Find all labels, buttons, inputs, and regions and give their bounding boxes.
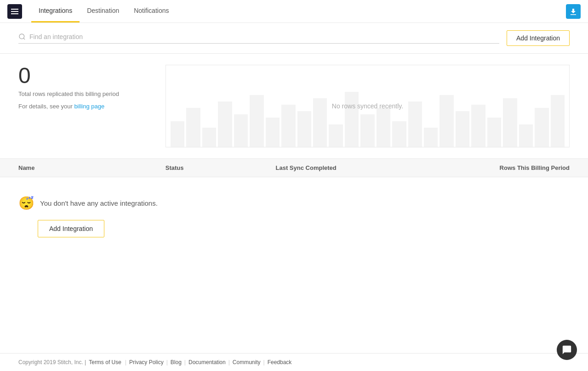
chart-bar [487, 118, 501, 147]
chart-bar [408, 101, 422, 147]
table-header: Name Status Last Sync Completed Rows Thi… [0, 158, 588, 177]
chart-bar [266, 118, 280, 147]
chart-bar [313, 98, 327, 147]
chart-bar [503, 98, 517, 147]
chart-bar [186, 108, 200, 147]
empty-state: 😴 You don't have any active integrations… [0, 177, 588, 256]
chart-bar [345, 92, 359, 147]
search-wrapper [18, 33, 499, 44]
chart-bar [551, 95, 565, 147]
svg-line-1 [23, 38, 25, 39]
chat-button[interactable] [557, 340, 577, 360]
stats-label: Total rows replicated this billing perio… [18, 90, 147, 97]
col-header-name: Name [18, 164, 166, 171]
chart-bar [202, 128, 216, 147]
chart-container: No rows synced recently. [166, 65, 570, 147]
chart-bar [171, 121, 184, 147]
footer: Copyright 2019 Stitch, Inc. | Terms of U… [0, 353, 588, 371]
billing-page-link[interactable]: billing page [74, 103, 104, 110]
download-button[interactable] [566, 4, 581, 19]
stats-number: 0 [18, 65, 147, 87]
search-input[interactable] [29, 33, 499, 40]
chart-no-data-text: No rows synced recently. [332, 102, 403, 110]
chart-bar [440, 95, 453, 147]
footer-link-docs[interactable]: Documentation [188, 359, 226, 365]
chart-bar [471, 105, 485, 147]
chart-bar [297, 111, 311, 147]
search-icon [18, 33, 26, 40]
footer-link-terms[interactable]: Terms of Use [89, 359, 121, 365]
stats-link-text: For details, see your billing page [18, 103, 147, 110]
nav-right [566, 4, 581, 19]
add-integration-button-top[interactable]: Add Integration [507, 30, 570, 46]
footer-copyright: Copyright 2019 Stitch, Inc. | [18, 359, 86, 365]
sleeping-emoji-icon: 😴 [18, 196, 34, 211]
top-nav: Integrations Destination Notifications [0, 0, 588, 23]
empty-state-row: 😴 You don't have any active integrations… [18, 196, 158, 211]
search-area: Add Integration [0, 23, 588, 54]
tab-notifications[interactable]: Notifications [126, 0, 176, 22]
footer-link-community[interactable]: Community [233, 359, 261, 365]
col-header-rows: Rows This Billing Period [422, 164, 570, 171]
chart-bar [377, 108, 390, 147]
chart-bar [234, 114, 248, 147]
tab-destination[interactable]: Destination [80, 0, 126, 22]
chart-bar [218, 101, 232, 147]
chart-bar [535, 108, 548, 147]
chart-bar [360, 114, 374, 147]
tab-integrations[interactable]: Integrations [31, 0, 80, 22]
chart-bar [424, 128, 438, 147]
col-header-sync: Last Sync Completed [276, 164, 423, 171]
chart-bar [281, 105, 295, 147]
footer-link-feedback[interactable]: Feedback [268, 359, 292, 365]
nav-tabs: Integrations Destination Notifications [31, 0, 176, 22]
chart-bar [519, 124, 533, 147]
chart-bar [456, 111, 469, 147]
add-integration-button-main[interactable]: Add Integration [38, 220, 104, 237]
stats-panel: 0 Total rows replicated this billing per… [18, 65, 147, 110]
chart-bar [250, 95, 263, 147]
stats-chart-area: 0 Total rows replicated this billing per… [0, 54, 588, 158]
footer-link-blog[interactable]: Blog [171, 359, 182, 365]
footer-link-privacy[interactable]: Privacy Policy [129, 359, 164, 365]
empty-state-text: You don't have any active integrations. [40, 199, 158, 207]
svg-point-0 [19, 34, 24, 39]
app-logo[interactable] [7, 4, 22, 19]
chart-bar [392, 121, 406, 147]
col-header-status: Status [166, 164, 276, 171]
chart-bar [329, 124, 343, 147]
